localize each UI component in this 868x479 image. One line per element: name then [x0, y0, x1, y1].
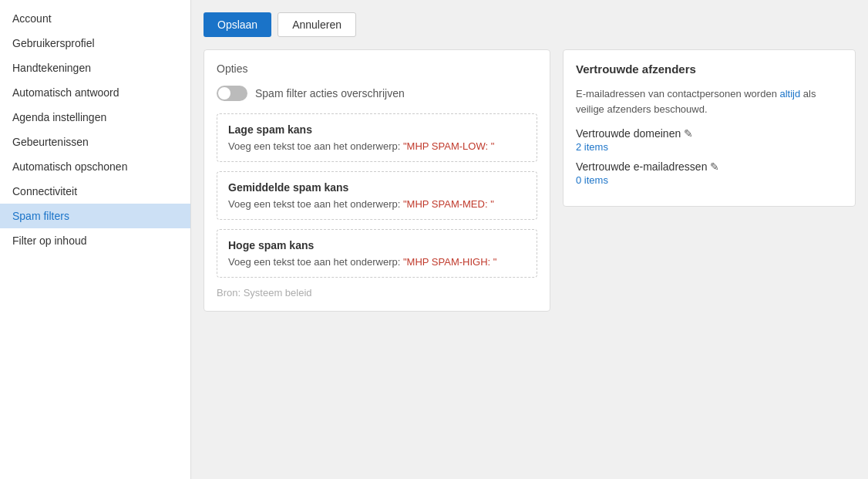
- trusted-emails-section: Vertrouwde e-mailadressen ✎ 0 items: [576, 160, 843, 186]
- spam-box-title-2: Hoge spam kans: [228, 239, 526, 251]
- trusted-desc-before: E-mailadressen van contactpersonen worde…: [576, 88, 779, 100]
- trusted-emails-title-row: Vertrouwde e-mailadressen ✎: [576, 160, 843, 173]
- toggle-row: Spam filter acties overschrijven: [217, 86, 537, 101]
- sidebar-item-automatisch-antwoord[interactable]: Automatisch antwoord: [0, 80, 190, 105]
- spam-box-0: Lage spam kansVoeg een tekst toe aan het…: [217, 113, 537, 162]
- sidebar-item-connectiviteit[interactable]: Connectiviteit: [0, 179, 190, 204]
- sidebar-item-handtekeningen[interactable]: Handtekeningen: [0, 56, 190, 80]
- save-button[interactable]: Opslaan: [204, 12, 271, 37]
- toolbar: Opslaan Annuleren: [204, 12, 856, 37]
- sidebar-item-automatisch-opschonen[interactable]: Automatisch opschonen: [0, 154, 190, 179]
- spam-box-text-0: Voeg een tekst toe aan het onderwerp: "M…: [228, 140, 526, 152]
- sidebar-item-filter-op-inhoud[interactable]: Filter op inhoud: [0, 228, 190, 253]
- options-panel: Opties Spam filter acties overschrijven …: [204, 49, 550, 312]
- content-row: Opties Spam filter acties overschrijven …: [204, 49, 856, 312]
- trusted-domains-edit-icon[interactable]: ✎: [684, 127, 693, 140]
- toggle-label: Spam filter acties overschrijven: [255, 87, 405, 100]
- trusted-domains-section: Vertrouwde domeinen ✎ 2 items: [576, 127, 843, 153]
- trusted-emails-count: 0 items: [576, 174, 843, 186]
- trusted-domains-count: 2 items: [576, 141, 843, 153]
- trusted-domains-label: Vertrouwde domeinen: [576, 127, 681, 140]
- spam-box-text-before-1: Voeg een tekst toe aan het onderwerp:: [228, 198, 403, 210]
- spam-box-2: Hoge spam kansVoeg een tekst toe aan het…: [217, 229, 537, 278]
- spam-box-text-quoted-0: "MHP SPAM-LOW: ": [403, 140, 494, 152]
- spam-filter-toggle[interactable]: [217, 86, 247, 101]
- spam-box-title-0: Lage spam kans: [228, 123, 526, 136]
- options-panel-title: Opties: [217, 62, 537, 75]
- spam-box-text-2: Voeg een tekst toe aan het onderwerp: "M…: [228, 256, 526, 268]
- sidebar: AccountGebruikersprofielHandtekeningenAu…: [0, 0, 191, 479]
- trusted-panel-title: Vertrouwde afzenders: [576, 62, 843, 76]
- spam-box-title-1: Gemiddelde spam kans: [228, 181, 526, 194]
- bron-text: Bron: Systeem beleid: [217, 287, 537, 299]
- trusted-emails-label: Vertrouwde e-mailadressen: [576, 160, 707, 173]
- sidebar-item-account[interactable]: Account: [0, 6, 190, 31]
- trusted-emails-edit-icon[interactable]: ✎: [710, 160, 719, 173]
- sidebar-item-spam-filters[interactable]: Spam filters: [0, 204, 190, 228]
- spam-boxes-container: Lage spam kansVoeg een tekst toe aan het…: [217, 113, 537, 278]
- trusted-senders-panel: Vertrouwde afzenders E-mailadressen van …: [563, 49, 856, 207]
- main-content: Opslaan Annuleren Opties Spam filter act…: [191, 0, 868, 479]
- spam-box-text-1: Voeg een tekst toe aan het onderwerp: "M…: [228, 198, 526, 210]
- spam-box-text-quoted-1: "MHP SPAM-MED: ": [403, 198, 494, 210]
- spam-box-text-before-0: Voeg een tekst toe aan het onderwerp:: [228, 140, 403, 152]
- trusted-desc-always: altijd: [779, 88, 800, 100]
- sidebar-item-gebeurtenissen[interactable]: Gebeurtenissen: [0, 130, 190, 154]
- cancel-button[interactable]: Annuleren: [278, 12, 356, 37]
- spam-box-text-quoted-2: "MHP SPAM-HIGH: ": [403, 256, 496, 268]
- spam-box-text-before-2: Voeg een tekst toe aan het onderwerp:: [228, 256, 403, 268]
- trusted-panel-description: E-mailadressen van contactpersonen worde…: [576, 86, 843, 116]
- sidebar-item-agenda-instellingen[interactable]: Agenda instellingen: [0, 105, 190, 130]
- trusted-domains-title-row: Vertrouwde domeinen ✎: [576, 127, 843, 140]
- sidebar-item-gebruikersprofiel[interactable]: Gebruikersprofiel: [0, 31, 190, 56]
- spam-box-1: Gemiddelde spam kansVoeg een tekst toe a…: [217, 171, 537, 220]
